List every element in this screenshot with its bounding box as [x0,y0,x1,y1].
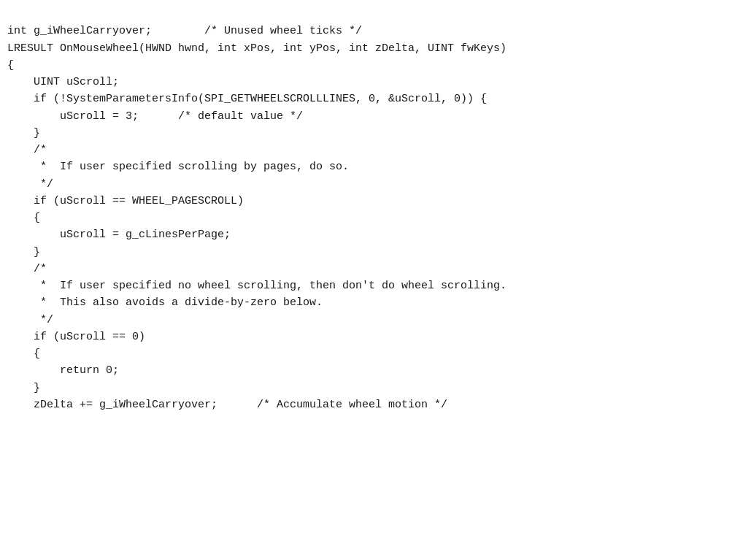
code-line: } [7,244,744,261]
code-line: } [7,380,744,396]
code-line: if (uScroll == WHEEL_PAGESCROLL) [7,193,744,210]
code-line: uScroll = g_cLinesPerPage; [7,226,744,243]
code-line: UINT uScroll; [7,74,744,91]
code-line: return 0; [7,362,744,379]
code-display: int g_iWheelCarryover; /* Unused wheel t… [7,6,744,413]
code-line: */ [7,312,744,329]
code-line: if (uScroll == 0) [7,329,744,345]
code-line: /* [7,261,744,277]
code-line: */ [7,176,744,193]
code-line: } [7,125,744,142]
code-line: /* [7,142,744,158]
code-line: zDelta += g_iWheelCarryover; /* Accumula… [7,396,744,413]
code-line: { [7,210,744,226]
code-line: * This also avoids a divide-by-zero belo… [7,294,744,311]
code-line: int g_iWheelCarryover; /* Unused wheel t… [7,23,744,39]
code-line: { [7,57,744,74]
code-line: LRESULT OnMouseWheel(HWND hwnd, int xPos… [7,40,744,57]
code-line: * If user specified scrolling by pages, … [7,158,744,175]
code-line: { [7,345,744,362]
code-line: uScroll = 3; /* default value */ [7,108,744,125]
code-line: if (!SystemParametersInfo(SPI_GETWHEELSC… [7,91,744,107]
code-line: * If user specified no wheel scrolling, … [7,277,744,294]
